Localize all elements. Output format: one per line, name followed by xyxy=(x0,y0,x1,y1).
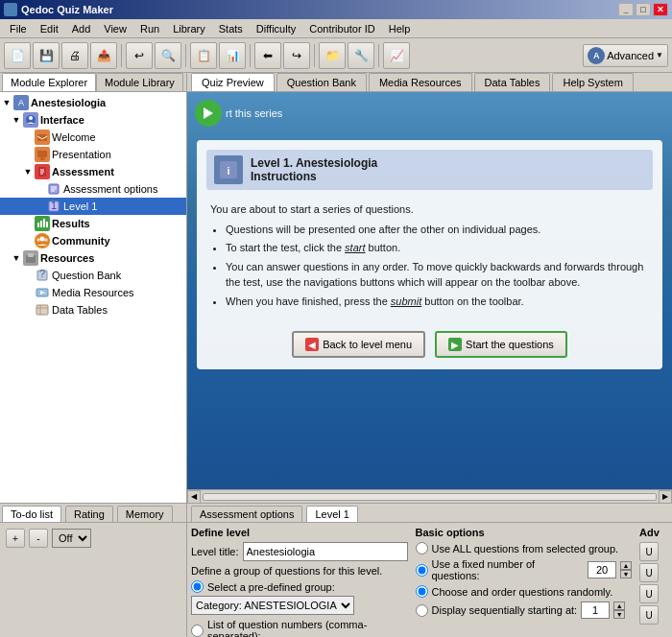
assessment-icon xyxy=(35,164,50,179)
todo-add-button[interactable]: + xyxy=(6,529,25,548)
tree-data-tables[interactable]: Data Tables xyxy=(0,301,186,318)
seq-start-input[interactable] xyxy=(581,602,610,619)
scroll-track[interactable] xyxy=(203,493,657,501)
tab-level1[interactable]: Level 1 xyxy=(306,506,357,522)
tree-community[interactable]: Community xyxy=(0,232,186,249)
preview-scrollbar[interactable]: ◀ ▶ xyxy=(187,489,672,503)
menu-difficulty[interactable]: Difficulty xyxy=(251,21,301,36)
menu-library[interactable]: Library xyxy=(167,21,211,36)
todo-remove-button[interactable]: - xyxy=(29,529,48,548)
nav-text: rt this series xyxy=(226,107,282,119)
toolbar-btn7[interactable]: 📁 xyxy=(319,42,346,69)
back-to-level-menu-button[interactable]: ◀ Back to level menu xyxy=(292,331,425,358)
results-icon xyxy=(35,216,50,231)
spin-down-2[interactable]: ▼ xyxy=(613,610,625,619)
adv-btn-3[interactable]: U xyxy=(639,584,659,603)
tab-rating[interactable]: Rating xyxy=(65,506,113,522)
spin-up-2[interactable]: ▲ xyxy=(613,602,625,610)
adv-btn-2[interactable]: U xyxy=(639,563,659,582)
scroll-right-button[interactable]: ▶ xyxy=(659,490,672,504)
tree-question-bank[interactable]: ? Question Bank xyxy=(0,267,186,284)
menu-contributor-id[interactable]: Contributor ID xyxy=(303,21,380,36)
tree-assessment[interactable]: ▼ Assessment xyxy=(0,163,186,180)
toolbar-btn8[interactable]: 🔧 xyxy=(348,42,374,69)
toolbar-btn4[interactable]: 📊 xyxy=(219,42,246,69)
tree-community-label: Community xyxy=(52,235,184,247)
svg-point-21 xyxy=(36,238,40,242)
svg-point-1 xyxy=(29,116,33,120)
radio-predefined[interactable] xyxy=(191,580,204,593)
tab-help-system[interactable]: Help System xyxy=(552,73,633,91)
menu-stats[interactable]: Stats xyxy=(213,21,249,36)
spin-up[interactable]: ▲ xyxy=(620,561,632,570)
toolbar-export[interactable]: 📤 xyxy=(90,42,117,69)
tree-media[interactable]: Media Resources xyxy=(0,284,186,301)
close-button[interactable]: ✕ xyxy=(653,3,668,16)
tree-interface[interactable]: ▼ Interface xyxy=(0,111,186,129)
radio-random[interactable] xyxy=(416,585,428,598)
radio-list[interactable] xyxy=(191,625,204,637)
opt-random-row: Choose and order questions randomly. xyxy=(416,585,633,598)
minimize-button[interactable]: _ xyxy=(618,3,634,16)
start-questions-button[interactable]: ▶ Start the questions xyxy=(435,331,567,358)
menu-help[interactable]: Help xyxy=(383,21,417,36)
tree-presentation[interactable]: Presentation xyxy=(0,146,186,163)
toolbar-search[interactable]: 🔍 xyxy=(155,42,181,69)
tab-question-bank[interactable]: Question Bank xyxy=(276,73,367,91)
off-dropdown[interactable]: Off xyxy=(52,529,91,548)
menu-run[interactable]: Run xyxy=(134,21,165,36)
tree-root[interactable]: ▼ A Anestesiologia xyxy=(0,94,186,111)
tree-level1[interactable]: 1 Level 1 xyxy=(0,198,186,215)
radio-all[interactable] xyxy=(416,542,428,554)
tree-assessment-options[interactable]: Assessment options xyxy=(0,180,186,198)
tab-todo[interactable]: To-do list xyxy=(2,506,61,522)
tree-results[interactable]: Results xyxy=(0,215,186,232)
level1-icon: 1 xyxy=(46,199,61,214)
spin-down[interactable]: ▼ xyxy=(620,570,632,578)
tab-memory[interactable]: Memory xyxy=(117,506,173,522)
menu-edit[interactable]: Edit xyxy=(35,21,64,36)
toolbar-btn5[interactable]: ⬅ xyxy=(254,42,281,69)
toolbar-print[interactable]: 🖨 xyxy=(61,42,88,69)
toolbar-undo[interactable]: ↩ xyxy=(126,42,153,69)
action-buttons: ◀ Back to level menu ▶ Start the questio… xyxy=(206,325,653,360)
svg-rect-2 xyxy=(37,134,47,141)
basic-options-section: Basic options Use ALL questions from sel… xyxy=(416,527,633,637)
tab-data-tables[interactable]: Data Tables xyxy=(474,73,551,91)
advanced-button[interactable]: A Advanced ▼ xyxy=(583,44,668,67)
menu-file[interactable]: File xyxy=(4,21,33,36)
tab-assessment-options[interactable]: Assessment options xyxy=(191,506,302,522)
tree-resources[interactable]: ▼ Resources xyxy=(0,249,186,267)
fixed-count-input[interactable] xyxy=(588,561,616,578)
tab-media-resources[interactable]: Media Resources xyxy=(369,73,472,91)
title-bar: Qedoc Quiz Maker _ □ ✕ xyxy=(0,0,672,19)
spin-container: ▲ ▼ xyxy=(620,561,632,578)
toolbar-sep-4 xyxy=(314,44,315,67)
interface-icon xyxy=(23,112,38,128)
radio-fixed[interactable] xyxy=(416,564,428,577)
toolbar-save[interactable]: 💾 xyxy=(33,42,60,69)
nav-forward-arrow[interactable] xyxy=(195,100,222,127)
toolbar-btn3[interactable]: 📋 xyxy=(190,42,217,69)
tree-welcome[interactable]: Welcome xyxy=(0,129,186,146)
toolbar: 📄 💾 🖨 📤 ↩ 🔍 📋 📊 ⬅ ↪ 📁 🔧 📈 A Advanced ▼ xyxy=(0,38,672,73)
adv-btn-1[interactable]: U xyxy=(639,542,659,561)
tab-module-explorer[interactable]: Module Explorer xyxy=(2,73,96,91)
opt-all-label: Use ALL questions from selected group. xyxy=(432,543,619,554)
tab-module-library[interactable]: Module Library xyxy=(96,73,183,91)
toolbar-new[interactable]: 📄 xyxy=(4,42,31,69)
presentation-icon xyxy=(35,147,50,162)
tree-l1-label: Level 1 xyxy=(63,201,184,212)
menu-add[interactable]: Add xyxy=(66,21,97,36)
menu-view[interactable]: View xyxy=(98,21,132,36)
level-title-row: Level title: xyxy=(191,542,408,561)
toolbar-btn6[interactable]: ↪ xyxy=(283,42,310,69)
maximize-button[interactable]: □ xyxy=(636,3,651,16)
scroll-left-button[interactable]: ◀ xyxy=(187,490,201,504)
toolbar-btn9[interactable]: 📈 xyxy=(383,42,410,69)
radio-sequential[interactable] xyxy=(416,604,428,617)
level-title-input[interactable] xyxy=(243,542,408,561)
adv-btn-4[interactable]: U xyxy=(639,605,659,625)
tab-quiz-preview[interactable]: Quiz Preview xyxy=(191,73,275,91)
category-select[interactable]: Category: ANESTESIOLOGIA xyxy=(191,596,354,615)
